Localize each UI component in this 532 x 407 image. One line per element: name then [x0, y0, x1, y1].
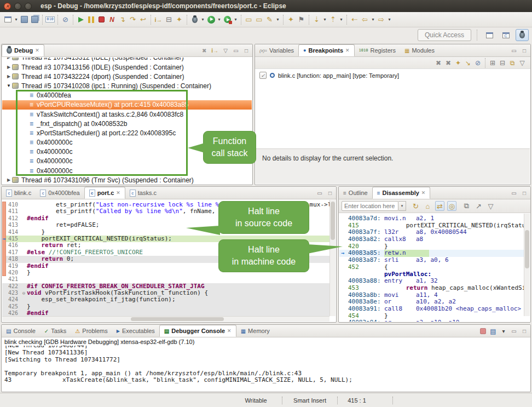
run-dropdown[interactable]: ▾: [217, 15, 222, 25]
expand-icon[interactable]: ▶: [5, 65, 12, 70]
step-over-button[interactable]: ↷: [128, 15, 137, 25]
link-with-debug-button[interactable]: ⧉: [508, 58, 517, 68]
previous-annotation-button[interactable]: ⇡: [328, 15, 338, 25]
forward-dropdown[interactable]: ▾: [387, 15, 392, 25]
show-breakpoints-button[interactable]: ✦: [454, 58, 462, 68]
debug-dropdown[interactable]: ▾: [200, 15, 205, 25]
tab-problems[interactable]: ⚠ Problems: [71, 325, 112, 337]
tree-row-stack-frame[interactable]: ≡ 0x4000bfea: [2, 91, 252, 100]
back-dropdown[interactable]: ▾: [371, 15, 375, 25]
tab-outline[interactable]: ≡ Outline: [339, 187, 372, 199]
new-cpp-project-button[interactable]: ▭: [244, 15, 253, 25]
tab-close-icon[interactable]: ✕: [345, 48, 350, 53]
binary-view-button[interactable]: 010: [45, 15, 55, 25]
instruction-stepping-toggle[interactable]: i→: [211, 46, 218, 56]
cpp-perspective-button[interactable]: C: [499, 29, 512, 41]
view-menu-icon[interactable]: ▽: [518, 58, 527, 68]
external-tools-dropdown[interactable]: ▾: [233, 15, 238, 25]
tab-tasks-c[interactable]: c tasks.c: [125, 187, 161, 199]
tab-disassembly[interactable]: ≡ Disassembly ✕: [372, 187, 431, 199]
tab-close-icon[interactable]: ✕: [421, 190, 426, 196]
maximize-icon[interactable]: □: [327, 188, 333, 198]
status-drag-handle[interactable]: [392, 397, 393, 404]
previous-annotation-dropdown[interactable]: ▾: [339, 15, 344, 25]
tab-modules[interactable]: ▦ Modules: [400, 44, 439, 56]
expand-all-button[interactable]: ⊞: [488, 58, 497, 68]
display-console-button[interactable]: ▤: [490, 326, 496, 336]
tree-row-stack-frame-selected[interactable]: ≡ vPortCPUReleaseMutex() at port.c:415 0…: [2, 100, 252, 110]
search-button[interactable]: ✦: [286, 15, 296, 25]
editor-vertical-scrollbar[interactable]: [329, 200, 336, 316]
tab-debugger-console[interactable]: ▤ Debugger Console ✕: [159, 325, 236, 337]
tree-row-thread[interactable]: ▼ Thread #5 1073410208 (ipc1 : Running) …: [2, 81, 252, 90]
maximize-icon[interactable]: □: [521, 326, 528, 336]
display-console-dropdown[interactable]: ▾: [500, 326, 507, 336]
tab-debug[interactable]: Debug ✕: [2, 44, 44, 56]
tab-registers[interactable]: 1010 Registers: [355, 44, 400, 56]
tree-row-stack-frame[interactable]: ≡ 0x4000000c: [2, 166, 252, 175]
debug-tree[interactable]: ▶ Thread #2 1073413312 (IDLE) (Suspended…: [2, 58, 252, 184]
forward-button[interactable]: ⇨: [377, 15, 386, 25]
tree-row-thread[interactable]: ▶ Thread #3 1073413156 (IDLE) (Suspended…: [2, 62, 252, 72]
scrollbar-thumb[interactable]: [131, 317, 224, 321]
expand-icon[interactable]: ▶: [5, 74, 12, 79]
minimize-icon[interactable]: ▭: [511, 326, 517, 336]
go-to-file-button[interactable]: ↘: [464, 58, 472, 68]
tab-close-icon[interactable]: ✕: [116, 190, 120, 196]
collapse-icon[interactable]: ▼: [5, 83, 12, 88]
next-annotation-dropdown[interactable]: ▾: [322, 15, 327, 25]
debug-button[interactable]: [190, 15, 199, 25]
open-perspective-button[interactable]: [483, 29, 496, 41]
window-minimize-button[interactable]: [14, 3, 21, 10]
tab-close-icon[interactable]: ✕: [227, 328, 232, 334]
window-maximize-button[interactable]: [25, 3, 32, 10]
scrollbar-thumb[interactable]: [525, 230, 529, 268]
expand-icon[interactable]: ▶: [5, 58, 12, 60]
view-menu-icon[interactable]: ▽: [486, 201, 495, 211]
back-button[interactable]: ⇦: [360, 15, 369, 25]
collapse-all-button[interactable]: ⊟: [498, 58, 507, 68]
new-wizard-button[interactable]: [3, 15, 13, 25]
editor-horizontal-scrollbar[interactable]: [2, 316, 329, 322]
suspend-button[interactable]: [86, 15, 96, 25]
tree-row-thread[interactable]: ▶ Thread #2 1073413312 (IDLE) (Suspended…: [2, 58, 252, 62]
maximize-icon[interactable]: □: [521, 188, 528, 198]
remove-all-breakpoints-button[interactable]: ✖: [444, 58, 453, 68]
external-tools-button[interactable]: [223, 15, 232, 25]
save-button[interactable]: [20, 15, 29, 25]
remove-breakpoint-button[interactable]: ✖: [434, 58, 443, 68]
location-dropdown[interactable]: ▾: [398, 201, 406, 211]
remove-terminated-button[interactable]: ✖: [201, 46, 207, 56]
resume-button[interactable]: [76, 15, 85, 25]
new-dropdown[interactable]: ▾: [14, 15, 19, 25]
tab-blink-c[interactable]: c blink.c: [2, 187, 36, 199]
build-button[interactable]: ✎: [265, 15, 274, 25]
tree-row-thread[interactable]: ▶ Thread #6 1073431096 (Tmr Svc) (Suspen…: [2, 175, 252, 184]
tab-0x4000bfea[interactable]: c 0x4000bfea: [36, 187, 84, 199]
last-edit-location-button[interactable]: ⇠: [350, 15, 359, 25]
tab-executables[interactable]: ▶ Executables: [112, 325, 159, 337]
minimize-icon[interactable]: ▭: [316, 188, 323, 198]
disassembly-listing[interactable]: 40083a7d:movi.na2, 1 415 portEXIT_CRITIC…: [339, 214, 524, 322]
instruction-stepping-button[interactable]: i→: [154, 15, 163, 25]
disconnect-button[interactable]: N: [107, 15, 117, 25]
new-view-button[interactable]: ⧉: [462, 201, 471, 211]
console-output[interactable]: [New Thread 1073468744] [New Thread 1073…: [2, 346, 530, 391]
step-return-button[interactable]: ↩: [138, 15, 148, 25]
open-element-button[interactable]: ▭: [255, 15, 264, 25]
run-button[interactable]: [206, 15, 216, 25]
breakpoint-checkbox[interactable]: ✓: [259, 72, 267, 79]
window-close-button[interactable]: ✕: [4, 3, 11, 10]
tree-row-stack-frame[interactable]: ≡ vTaskSwitchContext() at tasks.c:2,846 …: [2, 110, 252, 119]
breakpoint-entry[interactable]: ✓ blink.c [function: app_main] [type: Te…: [255, 69, 530, 82]
scrollbar-thumb[interactable]: [331, 202, 335, 240]
sync-with-stack-toggle[interactable]: ⇄: [435, 201, 444, 211]
tab-memory[interactable]: ▦ Memory: [236, 325, 274, 337]
mark-occurrences-button[interactable]: ⚑: [297, 15, 306, 25]
refresh-button[interactable]: ↻: [411, 201, 420, 211]
export-button[interactable]: ↗: [474, 201, 483, 211]
minimize-icon[interactable]: ▭: [233, 46, 239, 56]
tree-row-thread[interactable]: ▶ Thread #4 1073432224 (dport) (Suspende…: [2, 72, 252, 81]
quick-access-button[interactable]: Quick Access: [418, 29, 471, 41]
minimize-icon[interactable]: ▭: [511, 188, 517, 198]
